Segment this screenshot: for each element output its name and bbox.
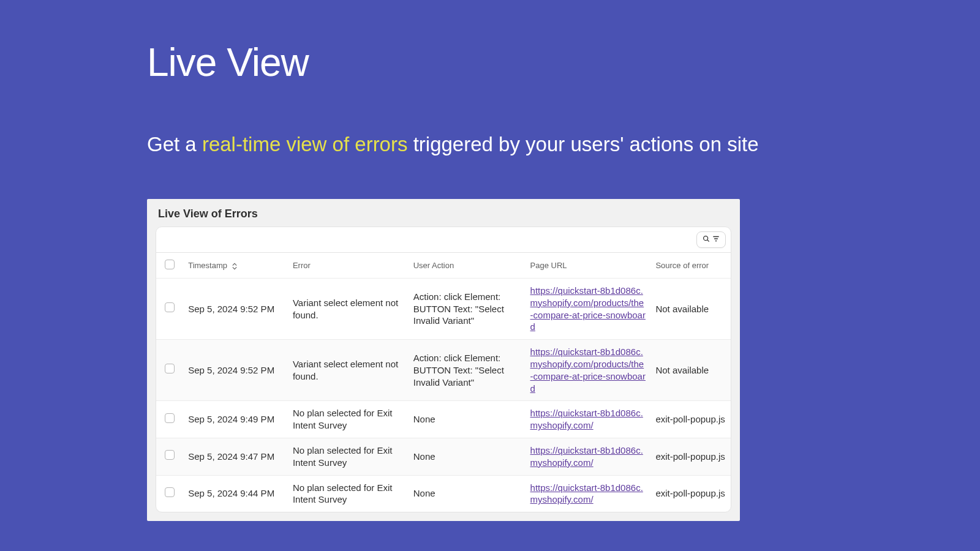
table-toolbar [156, 227, 731, 253]
user-action-cell: Action: click Element: BUTTON Text: "Sel… [409, 279, 526, 340]
table-header-row: Timestamp Error User Action Page URL Sou… [156, 253, 731, 279]
page-subtitle: Get a real-time view of errors triggered… [147, 131, 760, 159]
error-header[interactable]: Error [288, 253, 409, 279]
row-checkbox[interactable] [165, 302, 175, 312]
table-row: Sep 5, 2024 9:52 PMVariant select elemen… [156, 340, 731, 401]
errors-table: Timestamp Error User Action Page URL Sou… [156, 253, 731, 512]
svg-line-1 [707, 240, 709, 242]
user-action-cell: Action: click Element: BUTTON Text: "Sel… [409, 340, 526, 401]
source-cell: exit-poll-popup.js [650, 475, 731, 512]
page-url-link[interactable]: https://quickstart-8b1d086c.myshopify.co… [530, 482, 643, 505]
sort-icon [232, 263, 237, 270]
svg-point-0 [704, 236, 708, 241]
row-select-cell [156, 438, 183, 475]
select-all-header [156, 253, 183, 279]
row-checkbox[interactable] [165, 450, 175, 460]
row-select-cell [156, 401, 183, 438]
user-action-header[interactable]: User Action [409, 253, 526, 279]
filter-icon [712, 234, 720, 245]
page-url-cell: https://quickstart-8b1d086c.myshopify.co… [526, 401, 651, 438]
timestamp-header-label: Timestamp [188, 261, 227, 270]
hero: Live View Get a real-time view of errors… [0, 0, 980, 159]
timestamp-cell: Sep 5, 2024 9:47 PM [183, 438, 288, 475]
error-cell: No plan selected for Exit Intent Survey [288, 475, 409, 512]
page-url-cell: https://quickstart-8b1d086c.myshopify.co… [526, 279, 651, 340]
user-action-cell: None [409, 401, 526, 438]
errors-panel: Live View of Errors [147, 199, 740, 521]
search-filter-button[interactable] [696, 231, 726, 248]
page-title: Live View [147, 40, 980, 85]
error-cell: No plan selected for Exit Intent Survey [288, 401, 409, 438]
search-icon [702, 234, 710, 245]
page-url-link[interactable]: https://quickstart-8b1d086c.myshopify.co… [530, 285, 646, 332]
panel-title: Live View of Errors [147, 199, 740, 227]
page-url-link[interactable]: https://quickstart-8b1d086c.myshopify.co… [530, 445, 643, 468]
timestamp-cell: Sep 5, 2024 9:52 PM [183, 279, 288, 340]
table-row: Sep 5, 2024 9:52 PMVariant select elemen… [156, 279, 731, 340]
user-action-cell: None [409, 438, 526, 475]
subtitle-pre: Get a [147, 133, 202, 156]
timestamp-header[interactable]: Timestamp [183, 253, 288, 279]
error-cell: Variant select element not found. [288, 279, 409, 340]
table-row: Sep 5, 2024 9:44 PMNo plan selected for … [156, 475, 731, 512]
table-row: Sep 5, 2024 9:49 PMNo plan selected for … [156, 401, 731, 438]
page-url-cell: https://quickstart-8b1d086c.myshopify.co… [526, 340, 651, 401]
timestamp-cell: Sep 5, 2024 9:52 PM [183, 340, 288, 401]
timestamp-cell: Sep 5, 2024 9:44 PM [183, 475, 288, 512]
row-checkbox[interactable] [165, 487, 175, 497]
page-url-cell: https://quickstart-8b1d086c.myshopify.co… [526, 438, 651, 475]
page-url-link[interactable]: https://quickstart-8b1d086c.myshopify.co… [530, 408, 643, 430]
subtitle-accent: real-time view of errors [202, 133, 408, 156]
page-url-cell: https://quickstart-8b1d086c.myshopify.co… [526, 475, 651, 512]
row-select-cell [156, 475, 183, 512]
timestamp-cell: Sep 5, 2024 9:49 PM [183, 401, 288, 438]
source-cell: exit-poll-popup.js [650, 438, 731, 475]
row-checkbox[interactable] [165, 364, 175, 373]
row-select-cell [156, 340, 183, 401]
table-row: Sep 5, 2024 9:47 PMNo plan selected for … [156, 438, 731, 475]
source-cell: Not available [650, 279, 731, 340]
error-cell: No plan selected for Exit Intent Survey [288, 438, 409, 475]
error-cell: Variant select element not found. [288, 340, 409, 401]
row-checkbox[interactable] [165, 413, 175, 423]
errors-card: Timestamp Error User Action Page URL Sou… [156, 227, 731, 512]
source-cell: exit-poll-popup.js [650, 401, 731, 438]
page-url-header[interactable]: Page URL [526, 253, 651, 279]
source-cell: Not available [650, 340, 731, 401]
user-action-cell: None [409, 475, 526, 512]
page-url-link[interactable]: https://quickstart-8b1d086c.myshopify.co… [530, 347, 646, 393]
row-select-cell [156, 279, 183, 340]
source-header[interactable]: Source of error [650, 253, 731, 279]
subtitle-post: triggered by your users' actions on site [407, 133, 758, 156]
select-all-checkbox[interactable] [165, 260, 175, 269]
